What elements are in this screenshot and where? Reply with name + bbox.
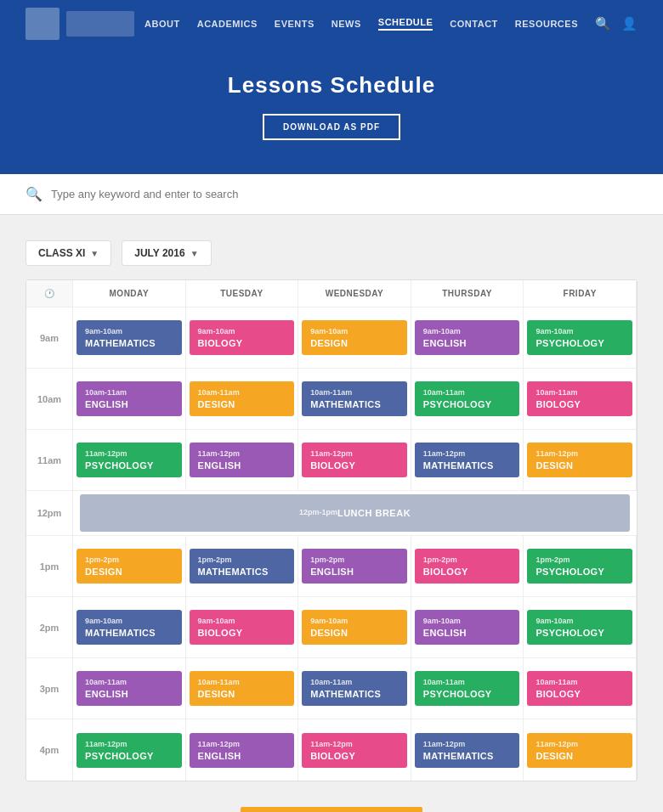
lesson-subject: DESIGN	[85, 567, 173, 577]
wednesday-header: WEDNESDAY	[298, 280, 411, 307]
lesson-block[interactable]: 10am-11am MATHEMATICS	[302, 381, 407, 416]
lesson-cell: 10am-11am PSYCHOLOGY	[411, 658, 524, 719]
lesson-subject: ENGLISH	[85, 399, 173, 409]
main-nav: ABOUT ACADEMICS EVENTS NEWS SCHEDULE CON…	[144, 17, 578, 31]
lesson-block[interactable]: 10am-11am DESIGN	[190, 671, 295, 706]
lesson-cell: 9am-10am ENGLISH	[411, 597, 524, 657]
lesson-subject: BIOLOGY	[536, 689, 624, 699]
main-content: CLASS XI ▼ JULY 2016 ▼ 🕐 MONDAY TUESDAY …	[0, 215, 663, 812]
user-icon[interactable]: 👤	[621, 16, 638, 31]
lesson-block[interactable]: 9am-10am ENGLISH	[415, 320, 520, 355]
lesson-block[interactable]: 10am-11am PSYCHOLOGY	[415, 671, 520, 706]
lesson-subject: PSYCHOLOGY	[85, 751, 173, 761]
lesson-block[interactable]: 9am-10am BIOLOGY	[190, 610, 295, 645]
lesson-block[interactable]: 10am-11am ENGLISH	[76, 381, 182, 416]
lesson-block[interactable]: 10am-11am PSYCHOLOGY	[415, 381, 520, 416]
nav-news[interactable]: NEWS	[332, 19, 361, 29]
lesson-block[interactable]: 9am-10am PSYCHOLOGY	[527, 610, 632, 645]
lesson-subject: MATHEMATICS	[423, 460, 512, 471]
lesson-block[interactable]: 1pm-2pm PSYCHOLOGY	[527, 549, 632, 584]
nav-schedule[interactable]: SCHEDULE	[378, 17, 434, 31]
lesson-block[interactable]: 11am-12pm PSYCHOLOGY	[76, 733, 182, 768]
lesson-cell: 11am-12pm BIOLOGY	[298, 430, 411, 490]
lesson-time: 10am-11am	[536, 678, 624, 686]
lesson-block[interactable]: 1pm-2pm ENGLISH	[302, 549, 407, 584]
lesson-subject: DESIGN	[536, 751, 624, 761]
lesson-time: 11am-12pm	[423, 449, 512, 458]
lesson-cell: 1pm-2pm ENGLISH	[298, 536, 411, 596]
header: ABOUT ACADEMICS EVENTS NEWS SCHEDULE CON…	[0, 0, 663, 47]
lesson-subject: ENGLISH	[423, 338, 512, 348]
lesson-cell: 11am-12pm ENGLISH	[186, 719, 299, 781]
lesson-block[interactable]: 11am-12pm DESIGN	[527, 733, 632, 768]
lesson-subject: ENGLISH	[310, 567, 399, 577]
lesson-block[interactable]: 11am-12pm ENGLISH	[190, 733, 295, 768]
lunch-time: 12pm-1pm	[299, 508, 337, 516]
lesson-block[interactable]: 11am-12pm PSYCHOLOGY	[76, 443, 182, 477]
lesson-cell: 10am-11am MATHEMATICS	[298, 658, 411, 719]
lesson-time: 10am-11am	[198, 678, 286, 686]
time-header: 🕐	[26, 280, 73, 307]
lesson-block[interactable]: 9am-10am ENGLISH	[415, 610, 520, 645]
lesson-block[interactable]: 11am-12pm BIOLOGY	[302, 733, 407, 768]
time-10am: 10am	[26, 369, 73, 429]
tuesday-header: TUESDAY	[186, 280, 299, 307]
lesson-subject: ENGLISH	[198, 751, 286, 761]
lesson-block[interactable]: 9am-10am DESIGN	[302, 320, 407, 355]
nav-contact[interactable]: CONTACT	[450, 19, 497, 29]
lesson-cell: 11am-12pm PSYCHOLOGY	[73, 719, 186, 781]
lesson-block[interactable]: 1pm-2pm BIOLOGY	[415, 549, 520, 584]
lesson-block[interactable]: 9am-10am PSYCHOLOGY	[527, 320, 632, 355]
nav-resources[interactable]: RESOURCES	[515, 19, 578, 29]
lesson-block[interactable]: 10am-11am ENGLISH	[76, 671, 182, 706]
lesson-time: 1pm-2pm	[85, 555, 173, 564]
search-input[interactable]	[51, 188, 638, 200]
lesson-block[interactable]: 11am-12pm ENGLISH	[190, 443, 295, 477]
nav-events[interactable]: EVENTS	[275, 19, 314, 29]
lesson-cell: 10am-11am ENGLISH	[73, 369, 186, 429]
lesson-time: 10am-11am	[85, 678, 173, 686]
lesson-block[interactable]: 11am-12pm MATHEMATICS	[415, 733, 520, 768]
lesson-time: 9am-10am	[536, 327, 624, 336]
lesson-block[interactable]: 9am-10am MATHEMATICS	[76, 320, 182, 355]
lesson-block[interactable]: 10am-11am BIOLOGY	[527, 381, 632, 416]
lesson-block[interactable]: 10am-11am BIOLOGY	[527, 671, 632, 706]
class-filter[interactable]: CLASS XI ▼	[26, 240, 111, 266]
lesson-subject: MATHEMATICS	[85, 628, 173, 638]
lesson-time: 10am-11am	[536, 388, 624, 397]
nav-about[interactable]: ABOUT	[144, 19, 180, 29]
lesson-block[interactable]: 10am-11am DESIGN	[190, 381, 295, 416]
lesson-cell: 10am-11am MATHEMATICS	[298, 369, 411, 429]
lesson-time: 9am-10am	[85, 617, 173, 625]
time-9am: 9am	[26, 307, 73, 368]
table-row: 9am 9am-10am MATHEMATICS 9am-10am BIOLOG…	[26, 307, 637, 369]
lesson-time: 9am-10am	[310, 617, 399, 625]
lesson-block[interactable]: 11am-12pm MATHEMATICS	[415, 443, 520, 477]
lesson-block[interactable]: 1pm-2pm MATHEMATICS	[190, 549, 295, 584]
download-main-button[interactable]: DOWNLOAD AS PDF	[241, 807, 422, 812]
lesson-subject: MATHEMATICS	[198, 567, 286, 577]
lesson-block[interactable]: 10am-11am MATHEMATICS	[302, 671, 407, 706]
time-1pm: 1pm	[26, 536, 73, 596]
lesson-block[interactable]: 1pm-2pm DESIGN	[76, 549, 182, 584]
lesson-subject: ENGLISH	[423, 628, 512, 638]
lesson-block[interactable]: 9am-10am DESIGN	[302, 610, 407, 645]
search-icon[interactable]: 🔍	[595, 16, 611, 31]
lesson-cell: 10am-11am DESIGN	[186, 658, 299, 719]
lesson-subject: MATHEMATICS	[310, 399, 399, 409]
lesson-block[interactable]: 11am-12pm BIOLOGY	[302, 443, 407, 477]
table-row: 3pm 10am-11am ENGLISH 10am-11am DESIGN 1…	[26, 658, 637, 719]
lesson-block[interactable]: 9am-10am MATHEMATICS	[76, 610, 182, 645]
lesson-time: 9am-10am	[198, 617, 286, 625]
lesson-time: 9am-10am	[423, 327, 512, 336]
download-pdf-button[interactable]: DOWNLOAD AS PDF	[263, 114, 400, 140]
lesson-block[interactable]: 9am-10am BIOLOGY	[190, 320, 295, 355]
lesson-block[interactable]: 11am-12pm DESIGN	[527, 443, 632, 477]
lesson-subject: PSYCHOLOGY	[423, 689, 512, 699]
search-bar: 🔍	[0, 174, 663, 215]
month-filter[interactable]: JULY 2016 ▼	[122, 240, 211, 266]
lesson-time: 11am-12pm	[536, 449, 624, 458]
lesson-time: 9am-10am	[536, 617, 624, 625]
nav-academics[interactable]: ACADEMICS	[197, 19, 258, 29]
lesson-time: 9am-10am	[198, 327, 286, 336]
